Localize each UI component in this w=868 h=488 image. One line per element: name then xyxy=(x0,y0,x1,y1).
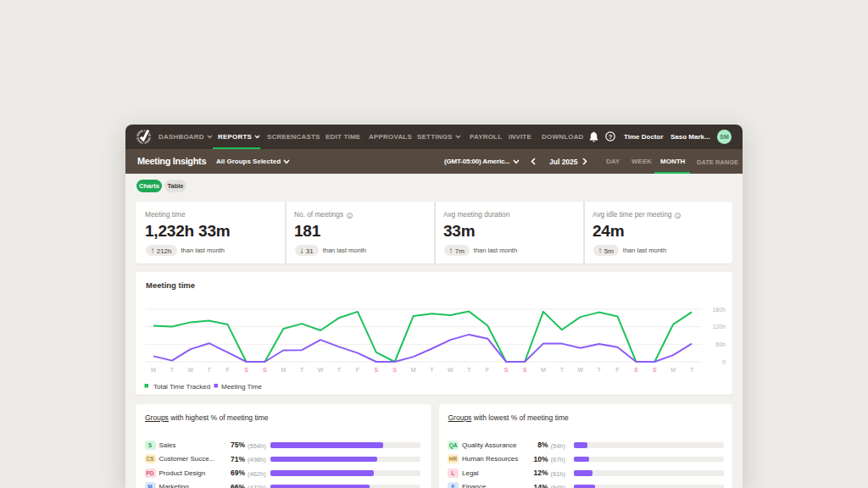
svg-text:S: S xyxy=(634,367,638,373)
svg-text:T: T xyxy=(430,367,434,373)
svg-text:T: T xyxy=(560,367,565,373)
svg-text:T: T xyxy=(597,367,601,373)
svg-text:Meeting Time: Meeting Time xyxy=(221,383,263,391)
svg-text:W: W xyxy=(318,367,324,373)
svg-text:M: M xyxy=(670,367,676,373)
svg-text:M: M xyxy=(151,367,156,373)
svg-text:S: S xyxy=(374,367,378,373)
svg-text:W: W xyxy=(577,367,583,373)
svg-text:S: S xyxy=(244,367,248,373)
svg-text:F: F xyxy=(356,367,359,373)
svg-text:W: W xyxy=(448,367,453,373)
svg-text:M: M xyxy=(281,367,286,373)
svg-text:F: F xyxy=(615,367,619,373)
svg-text:120h: 120h xyxy=(712,324,726,330)
svg-text:S: S xyxy=(504,367,509,373)
svg-text:Total Time Tracked: Total Time Tracked xyxy=(153,383,210,391)
svg-text:F: F xyxy=(486,367,489,373)
svg-text:T: T xyxy=(208,367,212,373)
svg-text:T: T xyxy=(467,367,471,373)
svg-text:S: S xyxy=(653,367,657,373)
svg-text:W: W xyxy=(187,367,193,373)
svg-text:?: ? xyxy=(609,133,613,141)
svg-text:S: S xyxy=(263,367,267,373)
svg-text:180h: 180h xyxy=(712,307,726,313)
svg-text:T: T xyxy=(170,367,175,373)
svg-text:T: T xyxy=(300,367,304,373)
svg-text:0: 0 xyxy=(722,359,726,365)
svg-text:60h: 60h xyxy=(715,341,726,347)
svg-text:T: T xyxy=(690,367,694,373)
svg-text:S: S xyxy=(392,367,397,373)
svg-text:F: F xyxy=(225,367,229,373)
svg-text:M: M xyxy=(541,367,546,373)
svg-text:M: M xyxy=(411,367,416,373)
svg-text:S: S xyxy=(523,367,527,373)
svg-text:T: T xyxy=(337,367,342,373)
